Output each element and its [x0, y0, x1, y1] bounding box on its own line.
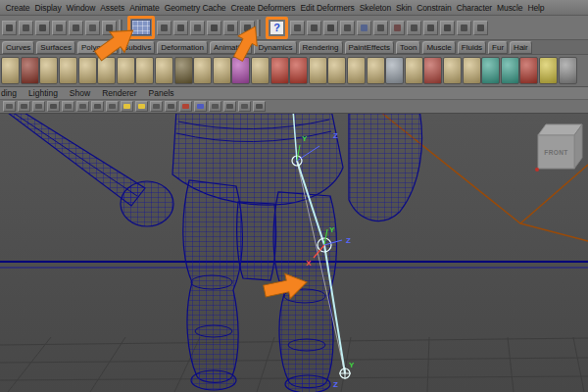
- shelf-tab[interactable]: Animation: [210, 41, 253, 54]
- menu-item[interactable]: Skeleton: [357, 3, 393, 13]
- shelf-tool-icon[interactable]: [559, 57, 577, 84]
- status-tool-icon[interactable]: [157, 21, 172, 35]
- panel-toolbar-icon[interactable]: [223, 101, 236, 112]
- status-tool-icon[interactable]: [69, 21, 83, 35]
- shelf-tab[interactable]: Deformation: [157, 41, 208, 54]
- shelf-tool-icon[interactable]: [59, 57, 77, 84]
- status-tool-icon[interactable]: [357, 21, 371, 35]
- status-tool-icon[interactable]: [390, 21, 405, 35]
- shelf-tool-icon[interactable]: [327, 57, 346, 84]
- panel-menu-item[interactable]: Lighting: [28, 88, 58, 98]
- panel-toolbar-icon[interactable]: [106, 101, 119, 112]
- shelf-tool-icon[interactable]: [539, 57, 558, 84]
- status-tool-icon[interactable]: [407, 21, 421, 35]
- viewport-panel[interactable]: Y Z Y Z X Y Z FRONT: [0, 114, 588, 392]
- shelf-tool-icon[interactable]: [443, 57, 462, 84]
- panel-menu-item[interactable]: ding: [1, 88, 17, 98]
- menu-item[interactable]: Geometry Cache: [162, 3, 228, 13]
- status-separator[interactable]: [119, 20, 125, 36]
- menu-item[interactable]: Character: [454, 3, 494, 13]
- shelf-tool-icon[interactable]: [289, 57, 308, 84]
- status-tool-icon[interactable]: [340, 21, 355, 35]
- shelf-tool-icon[interactable]: [193, 57, 212, 84]
- status-tool-icon[interactable]: [473, 21, 488, 35]
- menu-item[interactable]: Help: [525, 3, 547, 13]
- panel-toolbar-icon[interactable]: [18, 101, 30, 112]
- panel-menu-item[interactable]: Renderer: [102, 88, 136, 98]
- shelf-tab[interactable]: Curves: [2, 41, 34, 54]
- view-cube-face-label[interactable]: FRONT: [544, 149, 567, 156]
- shelf-tab[interactable]: Hair: [510, 41, 532, 54]
- panel-toolbar-icon[interactable]: [150, 101, 163, 112]
- status-tool-icon[interactable]: [102, 21, 117, 35]
- status-tool-icon[interactable]: [440, 21, 455, 35]
- shelf-tool-icon[interactable]: [367, 57, 385, 84]
- shelf-tab[interactable]: Subdivs: [120, 41, 155, 54]
- menu-item[interactable]: Muscle: [495, 3, 525, 13]
- panel-menu-item[interactable]: Panels: [149, 88, 174, 98]
- status-tool-icon[interactable]: [207, 21, 221, 35]
- panel-toolbar-icon[interactable]: [194, 101, 207, 112]
- status-separator[interactable]: [257, 20, 264, 36]
- shelf-tool-icon[interactable]: [385, 57, 404, 84]
- shelf-tab[interactable]: Dynamics: [254, 41, 296, 54]
- panel-toolbar-icon[interactable]: [179, 101, 192, 112]
- menu-item[interactable]: Edit Deformers: [298, 3, 357, 13]
- shelf-tool-icon[interactable]: [117, 57, 135, 84]
- menu-item[interactable]: Constrain: [415, 3, 454, 13]
- shelf-tool-icon[interactable]: [231, 57, 250, 84]
- viewport-canvas[interactable]: Y Z Y Z X Y Z FRONT: [0, 114, 588, 392]
- shelf-tool-icon[interactable]: [405, 57, 423, 84]
- menu-item[interactable]: Window: [64, 3, 98, 13]
- panel-toolbar-icon[interactable]: [135, 101, 148, 112]
- panel-menu-item[interactable]: Show: [70, 88, 90, 98]
- shelf-tool-icon[interactable]: [213, 57, 231, 84]
- shelf-tool-icon[interactable]: [39, 57, 58, 84]
- shelf-tab[interactable]: PaintEffects: [345, 41, 395, 54]
- status-tool-icon[interactable]: [2, 21, 17, 35]
- shelf-tab[interactable]: Polygons: [77, 41, 118, 54]
- status-tool-icon[interactable]: [290, 21, 305, 35]
- panel-toolbar-icon[interactable]: [209, 101, 221, 112]
- panel-toolbar-icon[interactable]: [253, 101, 266, 112]
- status-tool-icon[interactable]: [373, 21, 388, 35]
- shelf-tool-icon[interactable]: [251, 57, 270, 84]
- panel-toolbar-icon[interactable]: [62, 101, 74, 112]
- shelf-tool-icon[interactable]: [501, 57, 519, 84]
- shelf-tool-icon[interactable]: [135, 57, 154, 84]
- shelf-tab[interactable]: Fluids: [458, 41, 486, 54]
- shelf-tool-icon[interactable]: [21, 57, 39, 84]
- shelf-tab[interactable]: Surfaces: [36, 41, 75, 54]
- status-tool-icon[interactable]: [240, 21, 255, 35]
- status-tool-icon[interactable]: [173, 21, 188, 35]
- shelf-tool-icon[interactable]: [309, 57, 327, 84]
- status-tool-icon[interactable]: [19, 21, 33, 35]
- shelf-tool-icon[interactable]: [1, 57, 20, 84]
- help-icon[interactable]: ?: [270, 21, 284, 35]
- shelf-tool-icon[interactable]: [347, 57, 366, 84]
- shelf-tab[interactable]: Fur: [488, 41, 508, 54]
- panel-toolbar-icon[interactable]: [91, 101, 104, 112]
- menu-item[interactable]: Animate: [127, 3, 162, 13]
- status-tool-icon[interactable]: [52, 21, 67, 35]
- shelf-tool-icon[interactable]: [174, 57, 193, 84]
- panel-toolbar-icon[interactable]: [47, 101, 60, 112]
- view-cube[interactable]: FRONT: [535, 124, 582, 172]
- panel-toolbar-icon[interactable]: [3, 101, 16, 112]
- shelf-tool-icon[interactable]: [270, 57, 289, 84]
- status-tool-icon[interactable]: [223, 21, 238, 35]
- menu-item[interactable]: Assets: [98, 3, 127, 13]
- menu-item[interactable]: Create Deformers: [228, 3, 298, 13]
- status-tool-icon[interactable]: [307, 21, 321, 35]
- status-tool-icon[interactable]: [323, 21, 338, 35]
- shelf-tab[interactable]: Toon: [396, 41, 420, 54]
- status-tool-icon[interactable]: [35, 21, 50, 35]
- panel-toolbar-icon[interactable]: [165, 101, 177, 112]
- menu-item[interactable]: Create: [3, 3, 32, 13]
- panel-toolbar-icon[interactable]: [32, 101, 45, 112]
- status-tool-icon[interactable]: [423, 21, 438, 35]
- shelf-tool-icon[interactable]: [155, 57, 173, 84]
- shelf-tool-icon[interactable]: [519, 57, 538, 84]
- status-tool-icon[interactable]: [190, 21, 205, 35]
- status-tool-icon[interactable]: [85, 21, 100, 35]
